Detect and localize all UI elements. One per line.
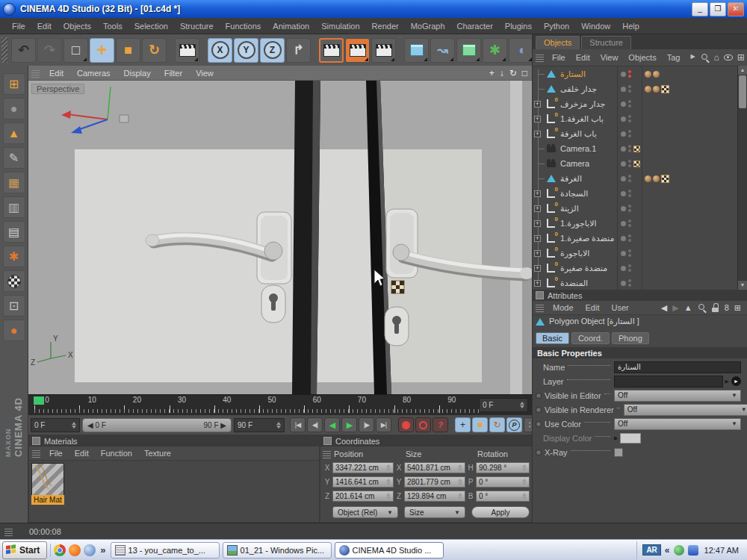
coordinate-field-z2[interactable]: 129.894 cm: [404, 491, 465, 502]
expand-icon[interactable]: +: [534, 235, 541, 242]
render-tag-icon[interactable]: [633, 161, 640, 167]
palette-boole-icon[interactable]: ▥: [3, 196, 25, 218]
layer-dot[interactable]: [621, 266, 626, 271]
taskbar-task[interactable]: CINEMA 4D Studio ...: [335, 542, 444, 559]
quick-launch-firefox-icon[interactable]: [69, 544, 81, 556]
mograph-button[interactable]: ✱: [483, 38, 507, 63]
object-tags[interactable]: [645, 85, 669, 93]
previous-frame-button[interactable]: ◀|: [307, 417, 323, 432]
quick-launch-chrome-icon[interactable]: [54, 544, 66, 556]
menu-grid-icon[interactable]: ⊞: [735, 2, 743, 13]
key-position-toggle[interactable]: +: [455, 417, 471, 432]
add-cube-button[interactable]: [404, 38, 429, 63]
expand-icon[interactable]: +: [534, 220, 541, 227]
add-panel-icon[interactable]: ⊞: [737, 52, 745, 63]
object-row[interactable]: +0الزينة: [533, 201, 747, 216]
animation-dot[interactable]: [536, 393, 542, 399]
expand-icon[interactable]: +: [534, 280, 541, 287]
visibility-dots[interactable]: [628, 249, 631, 257]
object-row[interactable]: +0جدار مزخرف: [533, 96, 747, 111]
visibility-dots[interactable]: [628, 145, 631, 152]
visibility-toggles[interactable]: [621, 145, 640, 152]
play-backwards-button[interactable]: ◀: [324, 417, 340, 432]
quick-launch-messenger-icon[interactable]: [84, 544, 96, 556]
spinner-icon[interactable]: [458, 479, 462, 485]
palette-cubes-icon[interactable]: ▦: [3, 172, 25, 193]
object-row[interactable]: +0الاباجورة.1: [533, 216, 747, 231]
animation-dot[interactable]: [536, 407, 542, 413]
menu-tools[interactable]: Tools: [97, 20, 128, 32]
objects-menu-tag[interactable]: Tag: [662, 53, 686, 62]
layer-dot[interactable]: [621, 146, 626, 152]
dropdown-use-color[interactable]: Off▼: [614, 418, 741, 430]
layer-dot[interactable]: [621, 191, 626, 196]
spinner-icon[interactable]: [386, 464, 391, 471]
visibility-toggles[interactable]: [621, 160, 640, 167]
layer-dot[interactable]: [621, 251, 626, 256]
add-panel-icon[interactable]: ⊞: [734, 303, 741, 313]
object-row[interactable]: الغرفة: [533, 171, 747, 186]
objects-menu-view[interactable]: View: [595, 53, 624, 62]
menu-render[interactable]: Render: [366, 20, 405, 32]
spinner-icon[interactable]: [72, 422, 76, 429]
object-row[interactable]: +0منضدة صغيرة.1: [533, 231, 747, 246]
menu-mograph[interactable]: MoGraph: [405, 20, 451, 32]
object-tags[interactable]: [645, 175, 669, 183]
render-view-button[interactable]: [319, 38, 344, 63]
size-mode-dropdown[interactable]: Size▼: [404, 506, 465, 518]
visibility-toggles[interactable]: [621, 249, 631, 257]
render-settings-button[interactable]: [371, 38, 396, 63]
tag-menu-arrow[interactable]: ▶: [685, 53, 700, 62]
scrollbar-thumb[interactable]: [739, 75, 746, 108]
visibility-dots[interactable]: [628, 190, 631, 197]
texture-tag-icon[interactable]: [653, 71, 660, 78]
visibility-dots[interactable]: [628, 100, 631, 108]
preview-range-slider[interactable]: ◀ 0 F 90 F ▶: [82, 418, 232, 432]
layer-dot[interactable]: [621, 161, 626, 167]
frame-display-field[interactable]: 0 F: [479, 398, 528, 412]
search-icon[interactable]: [698, 303, 707, 312]
spinner-icon[interactable]: [386, 493, 391, 500]
material-thumbnail[interactable]: [31, 463, 64, 496]
expand-icon[interactable]: +: [534, 250, 541, 257]
palette-sphere-icon[interactable]: ●: [3, 98, 25, 119]
zoom-view-icon[interactable]: ↓: [500, 68, 504, 78]
visibility-toggles[interactable]: [621, 175, 631, 182]
dropdown-visible-in-renderer[interactable]: Off▼: [624, 404, 747, 416]
add-spline-button[interactable]: ↝: [430, 38, 455, 63]
coordinate-field-b2[interactable]: 0 °: [476, 491, 530, 502]
move-tool-button[interactable]: +: [90, 38, 114, 63]
coordinate-field-p1[interactable]: 0 °: [476, 476, 530, 488]
visibility-dots[interactable]: [628, 234, 631, 242]
drag-grip[interactable]: [4, 527, 13, 536]
uvw-tag-icon[interactable]: [661, 175, 669, 183]
visibility-toggles[interactable]: [621, 279, 631, 287]
coordinate-field-y1[interactable]: 1416.641 cm: [332, 476, 394, 488]
apply-button[interactable]: Apply: [471, 506, 530, 518]
palette-stack-icon[interactable]: ▤: [3, 221, 25, 243]
name-field[interactable]: الستارة: [614, 361, 741, 373]
forward-icon[interactable]: ▶: [672, 303, 678, 313]
layer-dot[interactable]: [621, 116, 626, 122]
menu-help[interactable]: Help: [616, 20, 645, 32]
menu-functions[interactable]: Functions: [220, 20, 267, 32]
tab-phong[interactable]: Phong: [612, 332, 649, 344]
goto-end-button[interactable]: ▶|: [376, 417, 391, 432]
palette-cube-corner-icon[interactable]: ⊡: [3, 295, 25, 317]
texture-tag-icon[interactable]: [645, 86, 651, 93]
undo-button[interactable]: ↶: [11, 38, 36, 63]
tray-chevron-icon[interactable]: «: [665, 545, 670, 556]
scale-tool-button[interactable]: ■: [116, 38, 140, 63]
toggle-view-icon[interactable]: □: [522, 68, 527, 78]
layer-dot[interactable]: [621, 206, 626, 211]
rotate-tool-button[interactable]: ↻: [142, 38, 167, 63]
viewport-menu-filter[interactable]: Filter: [158, 68, 189, 78]
visibility-toggles[interactable]: [621, 190, 631, 197]
key-parameter-toggle[interactable]: P: [506, 417, 522, 432]
maximize-button[interactable]: ❐: [710, 2, 726, 16]
animation-dot[interactable]: [536, 421, 542, 427]
layer-browser-button[interactable]: ►: [731, 376, 741, 386]
layer-dot[interactable]: [621, 236, 626, 241]
visibility-dots[interactable]: [628, 279, 631, 287]
start-button[interactable]: Start: [2, 541, 47, 559]
